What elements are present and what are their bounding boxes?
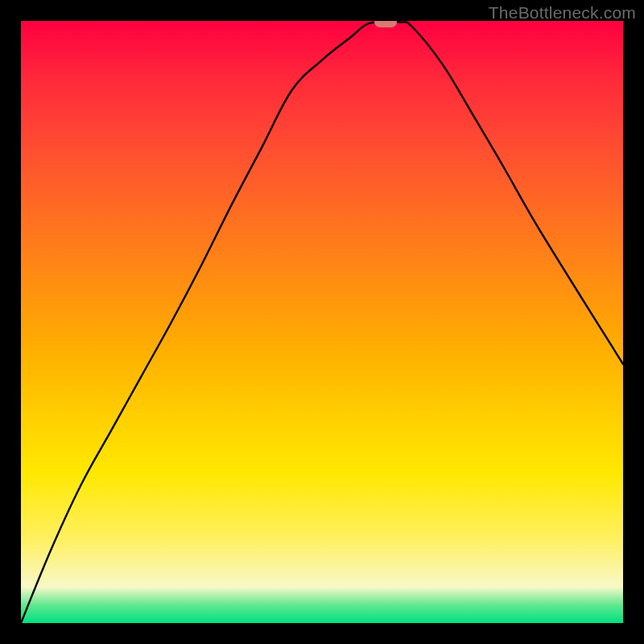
optimum-marker — [374, 21, 397, 27]
chart-plot-area — [21, 21, 623, 623]
bottleneck-curve — [21, 21, 623, 623]
chart-frame: TheBottleneck.com — [0, 0, 644, 644]
attribution-text: TheBottleneck.com — [489, 3, 636, 23]
